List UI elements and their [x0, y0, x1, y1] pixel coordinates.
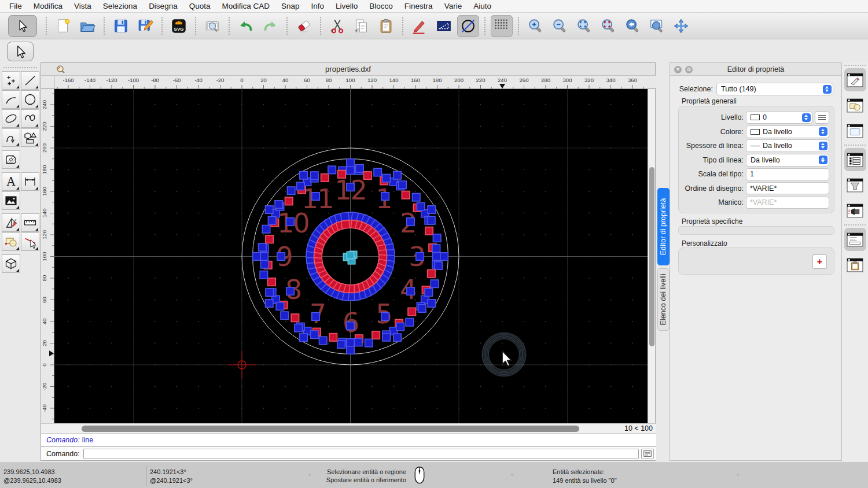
paste-button[interactable] [375, 15, 397, 37]
svg-text:140: 140 [389, 77, 399, 83]
open-file-button[interactable] [76, 15, 98, 37]
panel-float-icon[interactable]: ⧉ [685, 66, 693, 73]
horizontal-scrollbar[interactable]: 10 < 100 [41, 423, 656, 434]
menu-item-modifica-cad[interactable]: Modifica CAD [216, 0, 275, 12]
zoom-auto-button[interactable] [573, 15, 595, 37]
selection-tool-button[interactable] [8, 15, 37, 37]
draw-line-button[interactable] [409, 15, 431, 37]
toolbar-separator [484, 17, 486, 35]
handle-input[interactable]: *VARIE* [746, 197, 829, 209]
ruler-cursor-marker-x [499, 84, 505, 88]
dock-selection-filter-button[interactable] [844, 173, 866, 197]
menu-item-livello[interactable]: Livello [330, 0, 363, 12]
svg-text:80: 80 [41, 275, 47, 282]
vertical-scrollbar-thumb[interactable] [649, 167, 654, 346]
polyline-area-button[interactable] [433, 15, 455, 37]
shape-tool-button[interactable] [21, 128, 39, 147]
measure-tool-button[interactable] [21, 213, 39, 232]
panel-close-icon[interactable]: ✕ [674, 66, 682, 73]
undo-button[interactable] [235, 15, 257, 37]
tab-property-editor[interactable]: Editor di proprietà [657, 188, 670, 265]
menu-item-snap[interactable]: Snap [275, 0, 306, 12]
tab-layer-list[interactable]: Elenco dei livelli [657, 268, 670, 331]
dock-command-line-button[interactable] [844, 228, 866, 251]
linetype-dropdown[interactable]: Da livello [746, 154, 829, 167]
menu-item-seleziona[interactable]: Seleziona [97, 0, 143, 12]
menu-item-varie[interactable]: Varie [439, 0, 468, 12]
svg-text:40: 40 [41, 319, 47, 325]
menu-item-info[interactable]: Info [306, 0, 330, 12]
menu-item-quota[interactable]: Quota [183, 0, 216, 12]
submenu-corner-icon [35, 143, 38, 146]
preview-icon [204, 17, 221, 35]
spline-tool-button[interactable] [21, 109, 39, 128]
trim-tool-button[interactable] [21, 232, 39, 251]
dock-viewport-button[interactable] [844, 119, 866, 142]
linetype-scale-input[interactable]: 1 [746, 168, 829, 180]
save-as-button[interactable] [134, 15, 156, 37]
menu-item-disegna[interactable]: Disegna [143, 0, 183, 12]
group-general-box: Livello:0Colore:Da livelloSpessore di li… [678, 106, 834, 213]
level-dropdown[interactable]: 0 [746, 111, 812, 124]
arc-tool-button[interactable] [2, 90, 20, 109]
draw-order-input[interactable]: *VARIE* [746, 182, 829, 194]
menu-item-aiuto[interactable]: Aiuto [468, 0, 497, 12]
circle-tool-button[interactable] [21, 90, 39, 109]
ellipse-tool-button[interactable] [2, 109, 20, 128]
palette-selection-tool-button[interactable] [7, 42, 34, 61]
lineweight-swatch-icon [751, 146, 760, 146]
modify-tool-button[interactable] [2, 232, 20, 251]
zoom-in-button[interactable] [524, 15, 546, 37]
qcad-document-icon [56, 65, 65, 74]
text-tool-button[interactable]: A [2, 172, 20, 191]
lineweight-dropdown[interactable]: Da livello [746, 139, 829, 152]
selection-dropdown[interactable]: Tutto (149) [716, 83, 833, 95]
delete-button[interactable] [293, 15, 315, 37]
drafting-tool-button[interactable] [2, 213, 20, 232]
command-options-button[interactable] [641, 449, 654, 459]
save-button[interactable] [110, 15, 132, 37]
menu-item-file[interactable]: File [3, 0, 28, 12]
menu-item-finestra[interactable]: Finestra [399, 0, 439, 12]
solid-3d-tool-button[interactable] [2, 254, 20, 273]
drawing-canvas[interactable]: 123456789101112 [54, 89, 649, 423]
color-dropdown[interactable]: Da livello [746, 125, 829, 138]
new-file-button[interactable] [52, 15, 74, 37]
horizontal-scrollbar-thumb[interactable] [82, 426, 579, 432]
dock-property-editor-button[interactable] [844, 68, 866, 91]
command-input[interactable] [83, 449, 639, 459]
point-tool-button[interactable] [2, 71, 20, 90]
cut-button[interactable]: + [326, 15, 348, 37]
vertical-scrollbar[interactable] [648, 89, 655, 423]
pan-button[interactable] [670, 15, 692, 37]
menu-item-vista[interactable]: Vista [68, 0, 97, 12]
zoom-selection-button[interactable] [597, 15, 619, 37]
redo-button[interactable] [259, 15, 281, 37]
dock-layer-list-button[interactable] [844, 148, 866, 171]
print-preview-button[interactable] [201, 15, 223, 37]
copy-button[interactable]: + [351, 15, 373, 37]
document-window: properties.dxf -160-140-120-100-80-60-40… [41, 62, 656, 461]
image-tool-button[interactable] [2, 191, 20, 210]
polyline-tool-button[interactable] [2, 128, 20, 147]
dimension-tool-button[interactable] [21, 172, 39, 191]
dock-lightweight-button[interactable] [844, 199, 866, 222]
dock-clipboard-button[interactable] [844, 253, 866, 276]
grid-toggle-button[interactable] [491, 15, 513, 37]
zoom-previous-button[interactable] [621, 15, 643, 37]
hatch-tool-button[interactable] [2, 150, 20, 169]
save-icon [112, 17, 130, 35]
menu-item-modifica[interactable]: Modifica [28, 0, 68, 12]
dock-blocks-button[interactable] [844, 94, 866, 117]
level-menu-button[interactable] [815, 111, 829, 124]
svg-export-button[interactable]: SVG [168, 15, 190, 37]
zoom-window-button[interactable] [646, 15, 668, 37]
circle-tangent-button[interactable] [457, 15, 479, 37]
zoom-out-button[interactable] [549, 15, 571, 37]
svg-text:120: 120 [367, 77, 377, 83]
line-tool-button[interactable] [21, 71, 39, 90]
statusbar-dot [511, 474, 513, 476]
svg-text:240: 240 [41, 100, 47, 109]
menu-item-blocco[interactable]: Blocco [363, 0, 399, 12]
add-custom-property-button[interactable]: + [812, 254, 827, 269]
